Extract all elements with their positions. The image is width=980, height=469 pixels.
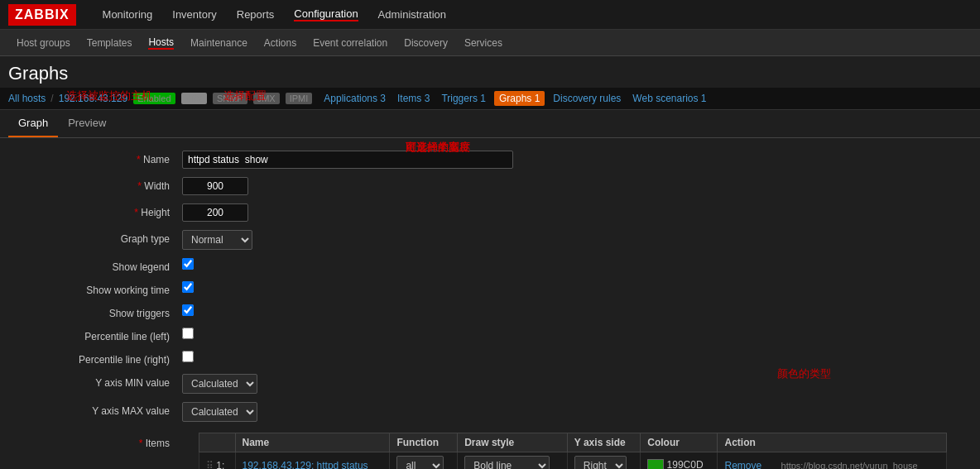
page-title: Graphs (8, 63, 972, 84)
yaxis-min-select[interactable]: Calculated Fixed Item (182, 374, 257, 394)
show-legend-label: Show legend (17, 258, 182, 273)
table-row: ⠿ 1: 192.168.43.129: httpd status all mi… (199, 452, 947, 470)
tab-graphs[interactable]: Graphs 1 (494, 91, 545, 106)
name-input[interactable] (182, 151, 513, 169)
height-label: * Height (17, 203, 182, 218)
host-tabs: Applications 3 Items 3 Triggers 1 Graphs… (320, 91, 709, 106)
show-triggers-label: Show triggers (17, 304, 182, 319)
nav-monitoring[interactable]: Monitoring (103, 8, 153, 21)
form-row-show-legend: Show legend (0, 254, 980, 277)
external-url: https://blog.csdn.net/yurun_house (781, 461, 918, 469)
form-row-name: * Name 定义一个名称 (0, 146, 980, 173)
col-colour: Colour (641, 433, 718, 452)
show-working-time-label: Show working time (17, 281, 182, 296)
badge-enabled: Enabled (133, 93, 175, 104)
colour-swatch[interactable] (647, 459, 664, 469)
row-drag: ⠿ 1: (199, 452, 236, 470)
tab-graph[interactable]: Graph (8, 110, 58, 137)
tab-triggers[interactable]: Triggers 1 (438, 91, 489, 106)
items-table: Name Function Draw style Y axis side Col… (199, 433, 947, 469)
page-title-area: Graphs (0, 56, 980, 88)
yaxis-max-label: Y axis MAX value (17, 402, 182, 417)
form-row-yaxis-max: Y axis MAX value Calculated Fixed Item (0, 398, 980, 426)
percentile-left-control (182, 328, 963, 342)
form-wrapper: 选择被监控的主机 选择配置 * Name 定义一个名称 * Width 可选择的… (0, 138, 980, 469)
subnav-event-correlation[interactable]: Event correlation (313, 37, 387, 49)
nav-reports[interactable]: Reports (237, 8, 275, 21)
subnav-discovery[interactable]: Discovery (404, 37, 448, 49)
required-star: * (137, 154, 143, 165)
form-row-percentile-left: Percentile line (left) (0, 323, 980, 347)
form-row-height: * Height 可选择的高度 (0, 199, 980, 226)
yaxis-max-select[interactable]: Calculated Fixed Item (182, 402, 257, 422)
width-control (182, 177, 963, 195)
height-control (182, 203, 963, 222)
name-label: * Name (17, 151, 182, 165)
graph-type-select[interactable]: Normal Stacked Pie Exploded (182, 230, 252, 250)
form-row-items: * Items Name Function Draw style Y axis … (0, 426, 980, 469)
col-name: Name (235, 433, 390, 452)
col-y-axis-side: Y axis side (567, 433, 640, 452)
y-axis-side-select[interactable]: Right Left (574, 456, 627, 469)
nav-configuration[interactable]: Configuration (294, 7, 358, 22)
tab-discovery-rules[interactable]: Discovery rules (550, 91, 624, 106)
row-colour: 199C0D (641, 452, 718, 470)
tab-preview[interactable]: Preview (58, 110, 116, 137)
percentile-right-checkbox[interactable] (182, 351, 194, 362)
show-working-time-checkbox[interactable] (182, 281, 194, 293)
col-function: Function (390, 433, 458, 452)
annot-colour-type: 颜色的类型 (777, 366, 831, 381)
row-num: 1: (216, 460, 224, 469)
subnav-services[interactable]: Services (464, 37, 502, 49)
tab-web-scenarios[interactable]: Web scenarios 1 (629, 91, 709, 106)
colour-value: 199C0D (667, 459, 704, 469)
subnav-maintenance[interactable]: Maintenance (190, 37, 247, 49)
form-row-show-triggers: Show triggers (0, 300, 980, 323)
items-label: * Items (17, 433, 182, 449)
col-drag (199, 433, 236, 452)
row-draw-style: Bold line Line Filled region Dot Dashed … (458, 452, 568, 470)
subnav-actions[interactable]: Actions (264, 37, 296, 49)
badge-zbx: ZBX (181, 93, 207, 104)
percentile-right-control (182, 351, 963, 365)
sub-navigation: Host groups Templates Hosts Maintenance … (0, 30, 980, 56)
draw-style-select[interactable]: Bold line Line Filled region Dot Dashed … (464, 456, 550, 469)
form-tabs: Graph Preview (0, 110, 980, 138)
function-select[interactable]: all min max avg (396, 456, 444, 469)
nav-administration[interactable]: Administration (378, 8, 446, 21)
remove-button[interactable]: Remove (724, 460, 761, 469)
breadcrumb-all-hosts[interactable]: All hosts (8, 93, 46, 104)
tab-applications[interactable]: Applications 3 (320, 91, 389, 106)
row-function: all min max avg (390, 452, 458, 470)
width-input[interactable] (182, 177, 248, 195)
show-legend-checkbox[interactable] (182, 258, 194, 270)
badge-snmp: SNMP (213, 93, 247, 104)
col-action: Action (718, 433, 947, 452)
form-area: * Name 定义一个名称 * Width 可选择的宽度 * Height (0, 138, 980, 469)
items-control: Name Function Draw style Y axis side Col… (182, 433, 963, 469)
show-legend-control (182, 258, 963, 272)
subnav-host-groups[interactable]: Host groups (17, 37, 70, 49)
graph-type-control: Normal Stacked Pie Exploded (182, 230, 963, 250)
percentile-left-checkbox[interactable] (182, 328, 194, 339)
badge-jmx: JMX (253, 93, 280, 104)
yaxis-max-control: Calculated Fixed Item (182, 402, 963, 422)
subnav-hosts[interactable]: Hosts (148, 36, 174, 50)
drag-handle-icon[interactable]: ⠿ (206, 460, 214, 469)
item-name-link[interactable]: 192.168.43.129: httpd status (243, 460, 368, 469)
breadcrumb-host[interactable]: 192.168.43.129 (59, 93, 127, 104)
col-draw-style: Draw style (458, 433, 568, 452)
top-navigation: ZABBIX Monitoring Inventory Reports Conf… (0, 0, 980, 30)
width-label: * Width (17, 177, 182, 192)
form-row-graph-type: Graph type Normal Stacked Pie Exploded 图… (0, 226, 980, 254)
form-row-yaxis-min: Y axis MIN value Calculated Fixed Item (0, 370, 980, 398)
tab-items[interactable]: Items 3 (394, 91, 433, 106)
show-triggers-checkbox[interactable] (182, 304, 194, 316)
nav-inventory[interactable]: Inventory (172, 8, 216, 21)
show-triggers-control (182, 304, 963, 318)
subnav-templates[interactable]: Templates (87, 37, 132, 49)
height-input[interactable] (182, 203, 248, 222)
badge-ipmi: IPMI (286, 93, 313, 104)
name-control (182, 151, 963, 169)
breadcrumb: All hosts / 192.168.43.129 Enabled ZBX S… (0, 88, 980, 110)
